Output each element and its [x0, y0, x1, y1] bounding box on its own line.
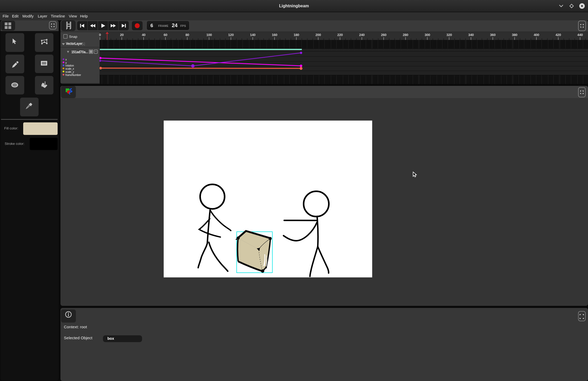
svg-text:260: 260	[381, 33, 386, 37]
svg-text:200: 200	[315, 33, 321, 37]
svg-text:380: 380	[512, 33, 517, 37]
svg-text:120: 120	[228, 33, 234, 37]
svg-text:40: 40	[142, 33, 145, 37]
svg-text:140: 140	[250, 33, 255, 37]
svg-text:100: 100	[206, 33, 212, 37]
svg-text:60: 60	[164, 33, 167, 37]
svg-text:300: 300	[425, 33, 430, 37]
svg-text:420: 420	[555, 33, 561, 37]
svg-text:220: 220	[337, 33, 343, 37]
svg-text:320: 320	[446, 33, 452, 37]
svg-text:160: 160	[272, 33, 277, 37]
svg-text:80: 80	[185, 33, 189, 37]
svg-text:360: 360	[490, 33, 495, 37]
svg-text:340: 340	[468, 33, 474, 37]
svg-text:180: 180	[294, 33, 299, 37]
svg-text:440: 440	[577, 33, 583, 37]
svg-text:20: 20	[120, 33, 124, 37]
svg-text:400: 400	[534, 33, 539, 37]
svg-text:280: 280	[403, 33, 408, 37]
svg-text:240: 240	[359, 33, 365, 37]
svg-text:0: 0	[99, 33, 101, 37]
